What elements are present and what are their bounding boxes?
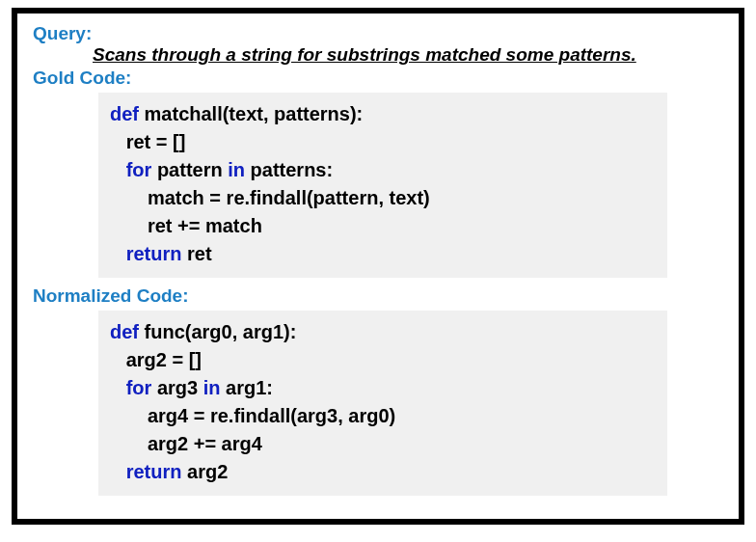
code-line: arg2 = []	[110, 346, 656, 374]
code-text: ret = []	[110, 131, 185, 152]
code-line: for arg3 in arg1:	[110, 374, 656, 402]
code-line: arg4 = re.findall(arg3, arg0)	[110, 402, 656, 430]
keyword-in: in	[203, 377, 226, 398]
code-line: ret = []	[110, 128, 656, 156]
normalized-code-label: Normalized Code:	[33, 285, 723, 307]
code-text: patterns:	[251, 159, 334, 180]
code-line: def matchall(text, patterns):	[110, 100, 656, 128]
code-text: pattern	[157, 159, 228, 180]
code-text	[110, 159, 126, 180]
normalized-code-block: def func(arg0, arg1): arg2 = [] for arg3…	[98, 311, 667, 496]
code-line: ret += match	[110, 212, 656, 240]
code-text: ret	[187, 243, 212, 264]
keyword-for: for	[126, 377, 157, 398]
keyword-return: return	[126, 243, 187, 264]
keyword-in: in	[228, 159, 250, 180]
query-label: Query:	[33, 23, 723, 44]
code-line: def func(arg0, arg1):	[110, 318, 656, 346]
code-text	[110, 243, 126, 264]
gold-code-block: def matchall(text, patterns): ret = [] f…	[98, 93, 667, 278]
code-text: arg2 = []	[110, 349, 202, 370]
keyword-return: return	[126, 461, 187, 482]
code-text: arg2	[187, 461, 228, 482]
code-text: arg2 += arg4	[110, 433, 262, 454]
document-frame: Query: Scans through a string for substr…	[12, 8, 744, 525]
keyword-def: def	[110, 321, 145, 342]
code-line: for pattern in patterns:	[110, 156, 656, 184]
code-text: arg3	[157, 377, 203, 398]
query-text: Scans through a string for substrings ma…	[93, 44, 723, 66]
code-text: match = re.findall(pattern, text)	[110, 187, 430, 208]
code-text: arg1:	[226, 377, 273, 398]
code-line: return arg2	[110, 458, 656, 486]
code-text	[110, 461, 126, 482]
code-text: func(arg0, arg1):	[145, 321, 297, 342]
code-line: match = re.findall(pattern, text)	[110, 184, 656, 212]
code-text: arg4 = re.findall(arg3, arg0)	[110, 405, 395, 426]
code-text: ret += match	[110, 215, 262, 236]
keyword-for: for	[126, 159, 157, 180]
code-text	[110, 377, 126, 398]
keyword-def: def	[110, 103, 145, 124]
code-text: matchall(text, patterns):	[145, 103, 364, 124]
code-line: arg2 += arg4	[110, 430, 656, 458]
code-line: return ret	[110, 240, 656, 268]
gold-code-label: Gold Code:	[33, 68, 723, 89]
